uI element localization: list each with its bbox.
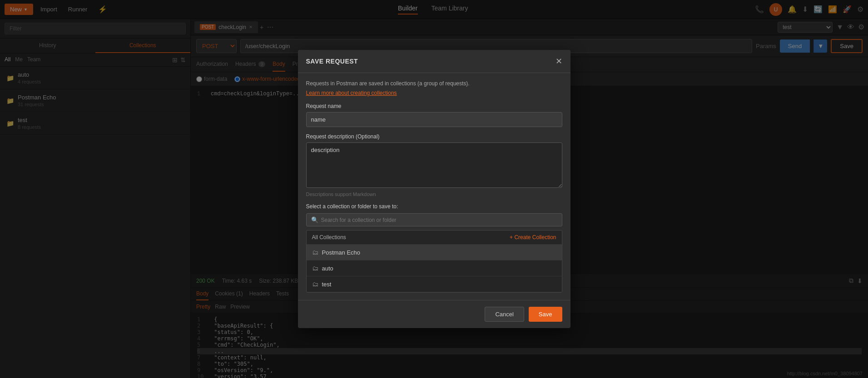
- modal-collection-name: auto: [322, 265, 333, 272]
- search-icon: 🔍: [311, 216, 318, 223]
- modal-close-button[interactable]: ✕: [556, 56, 562, 66]
- modal-save-button[interactable]: Save: [529, 307, 562, 322]
- create-collection-button[interactable]: + Create Collection: [510, 234, 556, 241]
- select-collection-label: Select a collection or folder to save to…: [306, 203, 562, 210]
- folder-icon: 🗂: [312, 249, 318, 256]
- search-collection-box: 🔍: [306, 213, 562, 226]
- modal-collection-item[interactable]: 🗂 test: [307, 276, 562, 292]
- markdown-hint: Descriptions support Markdown: [306, 191, 562, 197]
- modal-collection-item[interactable]: 🗂 Postman Echo: [307, 245, 562, 260]
- request-name-input[interactable]: [306, 112, 562, 127]
- modal-footer: Cancel Save: [298, 300, 570, 328]
- modal-collection-name: test: [322, 281, 332, 288]
- modal-collection-name: Postman Echo: [322, 249, 361, 256]
- collections-header: All Collections + Create Collection: [307, 231, 562, 245]
- modal-title: SAVE REQUEST: [306, 58, 358, 65]
- all-collections-label: All Collections: [312, 234, 346, 241]
- modal-info-text: Requests in Postman are saved in collect…: [306, 80, 562, 87]
- request-name-label: Request name: [306, 103, 562, 109]
- folder-icon: 🗂: [312, 280, 318, 288]
- modal-body: Requests in Postman are saved in collect…: [298, 73, 570, 300]
- search-collection-input[interactable]: [321, 217, 557, 223]
- modal-collection-item[interactable]: 🗂 auto: [307, 260, 562, 276]
- modal-backdrop: SAVE REQUEST ✕ Requests in Postman are s…: [0, 0, 868, 378]
- cancel-button[interactable]: Cancel: [485, 307, 524, 322]
- modal-header: SAVE REQUEST ✕: [298, 50, 570, 73]
- folder-icon: 🗂: [312, 265, 318, 272]
- save-request-modal: SAVE REQUEST ✕ Requests in Postman are s…: [298, 50, 570, 328]
- description-textarea[interactable]: description: [306, 142, 562, 188]
- collections-list-panel: All Collections + Create Collection 🗂 Po…: [306, 230, 562, 293]
- description-label: Request description (Optional): [306, 133, 562, 140]
- learn-more-link[interactable]: Learn more about creating collections: [306, 90, 397, 96]
